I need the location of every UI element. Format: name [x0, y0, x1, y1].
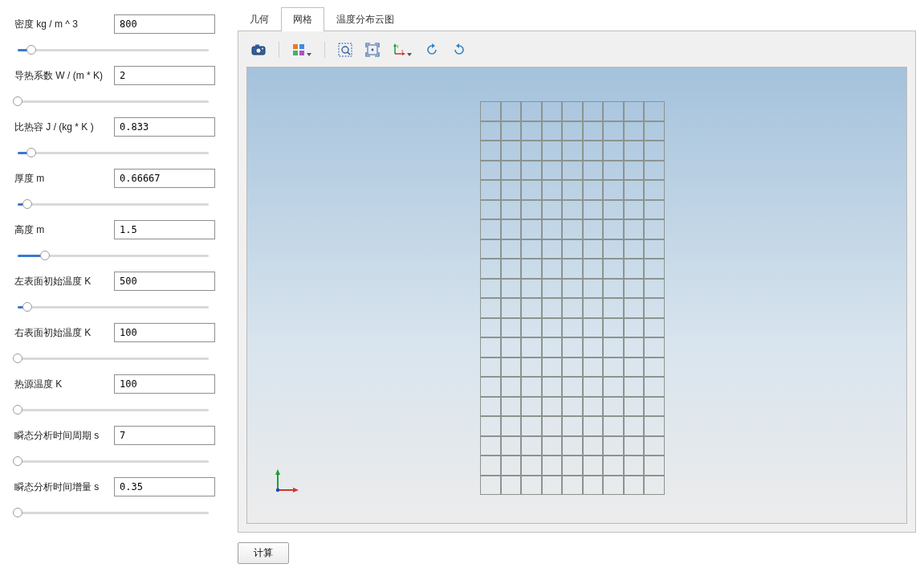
camera-icon[interactable]	[250, 41, 267, 59]
zoom-window-icon[interactable]	[336, 41, 354, 59]
viewport-frame: yx	[238, 31, 916, 533]
specific-heat-field[interactable]	[114, 117, 215, 137]
svg-text:y: y	[397, 43, 399, 48]
conductivity-field[interactable]	[114, 66, 215, 85]
svg-rect-5	[299, 44, 304, 49]
parameters-panel: 密度 kg / m ^ 3导热系数 W / (m * K)比热容 J / (kg…	[0, 0, 225, 572]
source-temp-field[interactable]	[114, 374, 215, 394]
visualization-panel: 几何网格温度分布云图 yx	[225, 0, 924, 572]
specific-heat-slider[interactable]	[14, 146, 212, 159]
param-label: 厚度 m	[14, 172, 109, 186]
height-slider[interactable]	[14, 249, 212, 262]
rotate-ccw-icon[interactable]	[423, 41, 441, 59]
left-temp-slider[interactable]	[14, 300, 212, 313]
svg-marker-24	[293, 488, 299, 492]
param-label: 比热容 J / (kg * K )	[14, 121, 109, 134]
density-field[interactable]	[114, 14, 215, 34]
viewmode-icon[interactable]	[291, 41, 313, 59]
param-group-specific-heat: 比热容 J / (kg * K )	[14, 117, 217, 159]
param-group-thickness: 厚度 m	[14, 169, 217, 210]
svg-marker-19	[432, 43, 435, 48]
svg-rect-4	[293, 44, 298, 49]
param-group-left-temp: 左表面初始温度 K	[14, 272, 217, 313]
param-label: 瞬态分析时间周期 s	[14, 429, 109, 443]
toolbar-separator	[324, 42, 325, 58]
tab-2[interactable]: 温度分布云图	[324, 7, 406, 31]
tab-0[interactable]: 几何	[238, 7, 281, 31]
svg-marker-22	[275, 469, 280, 475]
param-label: 导热系数 W / (m * K)	[14, 69, 109, 83]
fit-all-icon[interactable]	[364, 41, 381, 59]
mesh-grid	[480, 101, 665, 495]
viewport-toolbar: yx	[246, 39, 907, 67]
svg-rect-7	[299, 51, 304, 55]
height-field[interactable]	[114, 220, 215, 239]
increment-slider[interactable]	[14, 506, 212, 519]
right-temp-field[interactable]	[114, 323, 215, 342]
thickness-field[interactable]	[114, 169, 215, 188]
conductivity-slider[interactable]	[14, 95, 212, 108]
param-group-period: 瞬态分析时间周期 s	[14, 426, 217, 468]
param-group-right-temp: 右表面初始温度 K	[14, 323, 217, 365]
param-label: 瞬态分析时间增量 s	[14, 480, 109, 494]
svg-rect-6	[293, 51, 298, 55]
svg-text:x: x	[401, 48, 404, 53]
param-group-source-temp: 热源温度 K	[14, 374, 217, 416]
tab-1[interactable]: 网格	[281, 7, 324, 31]
increment-field[interactable]	[114, 477, 215, 496]
density-slider[interactable]	[14, 43, 212, 56]
svg-rect-1	[255, 45, 259, 47]
thickness-slider[interactable]	[14, 198, 212, 210]
axis-triad-icon	[271, 468, 300, 499]
param-label: 密度 kg / m ^ 3	[14, 18, 109, 31]
calculate-button[interactable]: 计算	[238, 542, 289, 564]
param-label: 高度 m	[14, 223, 109, 237]
svg-point-2	[256, 48, 261, 53]
svg-line-10	[348, 52, 350, 55]
svg-marker-20	[456, 43, 459, 48]
param-label: 热源温度 K	[14, 378, 109, 391]
period-field[interactable]	[114, 426, 215, 445]
param-group-increment: 瞬态分析时间增量 s	[14, 477, 217, 519]
rotate-cw-icon[interactable]	[450, 41, 468, 59]
left-temp-field[interactable]	[114, 272, 215, 291]
svg-point-12	[372, 49, 374, 51]
param-label: 右表面初始温度 K	[14, 326, 109, 340]
toolbar-separator	[279, 42, 279, 58]
svg-point-3	[262, 48, 263, 50]
param-group-density: 密度 kg / m ^ 3	[14, 14, 217, 56]
viewport-tabs: 几何网格温度分布云图	[238, 6, 916, 31]
period-slider[interactable]	[14, 455, 212, 468]
source-temp-slider[interactable]	[14, 403, 212, 416]
param-group-conductivity: 导热系数 W / (m * K)	[14, 66, 217, 108]
axes-icon[interactable]: yx	[391, 41, 413, 59]
svg-point-9	[342, 47, 348, 53]
param-label: 左表面初始温度 K	[14, 275, 109, 288]
param-group-height: 高度 m	[14, 220, 217, 262]
right-temp-slider[interactable]	[14, 352, 212, 365]
viewport-3d[interactable]	[246, 67, 907, 524]
svg-point-25	[276, 488, 279, 492]
